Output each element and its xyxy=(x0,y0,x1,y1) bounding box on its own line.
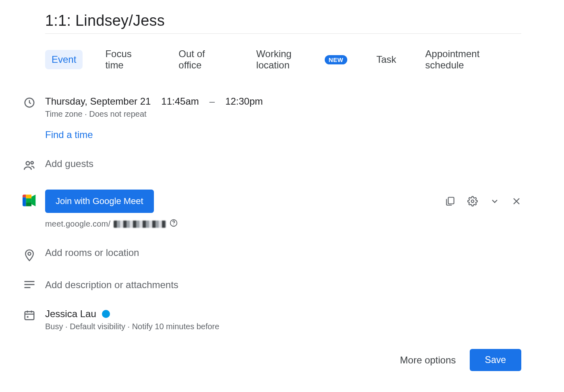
notes-icon xyxy=(14,279,45,289)
remove-meet-icon[interactable] xyxy=(512,196,521,206)
meet-help-icon[interactable] xyxy=(169,219,178,229)
meet-row: Join with Google Meet xyxy=(14,190,521,213)
time-sub-line[interactable]: Time zone · Does not repeat xyxy=(45,109,521,119)
add-location-input[interactable] xyxy=(45,247,521,258)
guests-row xyxy=(14,158,521,172)
date-time-line[interactable]: Thursday, September 21 11:45am – 12:30pm xyxy=(45,96,521,107)
google-meet-icon xyxy=(14,190,45,206)
time-row: Thursday, September 21 11:45am – 12:30pm… xyxy=(14,96,521,119)
title-row xyxy=(45,12,521,34)
clock-icon xyxy=(14,96,45,109)
new-badge: NEW xyxy=(325,55,348,64)
find-a-time-link[interactable]: Find a time xyxy=(45,129,521,140)
event-quick-create-panel: Event Focus time Out of office Working l… xyxy=(0,0,564,392)
calendar-owner-line[interactable]: Jessica Lau xyxy=(45,308,521,320)
event-start-time: 11:45am xyxy=(161,96,199,107)
meet-actions xyxy=(445,196,521,206)
svg-point-7 xyxy=(28,252,31,255)
meet-link-code-redacted xyxy=(114,221,166,228)
event-date: Thursday, September 21 xyxy=(45,96,151,107)
meet-link-line: meet.google.com/ xyxy=(45,219,521,229)
svg-point-2 xyxy=(31,161,33,164)
location-row xyxy=(14,247,521,262)
svg-rect-11 xyxy=(25,312,34,320)
calendar-sub-line[interactable]: Busy · Default visibility · Notify 10 mi… xyxy=(45,322,521,331)
svg-point-4 xyxy=(471,200,474,203)
calendar-owner-name: Jessica Lau xyxy=(45,308,96,320)
svg-rect-15 xyxy=(27,316,29,318)
chevron-down-icon[interactable] xyxy=(490,196,500,206)
svg-rect-3 xyxy=(448,197,454,204)
add-description-button[interactable]: Add description or attachments xyxy=(45,279,521,291)
description-row: Add description or attachments xyxy=(14,279,521,291)
calendar-row: Jessica Lau Busy · Default visibility · … xyxy=(14,308,521,331)
event-title-input[interactable] xyxy=(45,12,521,29)
save-button[interactable]: Save xyxy=(470,349,521,371)
time-dash: – xyxy=(209,96,215,107)
svg-point-6 xyxy=(173,225,174,225)
people-icon xyxy=(14,158,45,172)
tab-out-of-office[interactable]: Out of office xyxy=(172,44,234,75)
tab-working-location-label: Working location xyxy=(256,48,321,71)
event-end-time: 12:30pm xyxy=(225,96,263,107)
tab-focus-time[interactable]: Focus time xyxy=(99,44,156,75)
tab-task[interactable]: Task xyxy=(370,50,402,69)
calendar-icon xyxy=(14,308,45,321)
tab-working-location[interactable]: Working location NEW xyxy=(250,44,354,75)
calendar-color-dot xyxy=(102,310,110,318)
location-pin-icon xyxy=(14,247,45,262)
meet-link-prefix: meet.google.com/ xyxy=(45,219,110,229)
event-type-tabs: Event Focus time Out of office Working l… xyxy=(45,44,521,75)
copy-meet-link-icon[interactable] xyxy=(445,196,455,206)
svg-point-1 xyxy=(26,161,30,165)
join-google-meet-button[interactable]: Join with Google Meet xyxy=(45,190,154,213)
footer-actions: More options Save xyxy=(400,349,521,371)
tab-event[interactable]: Event xyxy=(45,50,83,69)
add-guests-input[interactable] xyxy=(45,158,521,169)
tab-appointment-schedule[interactable]: Appointment schedule xyxy=(419,44,521,75)
more-options-button[interactable]: More options xyxy=(400,355,456,366)
meet-settings-icon[interactable] xyxy=(467,196,478,206)
